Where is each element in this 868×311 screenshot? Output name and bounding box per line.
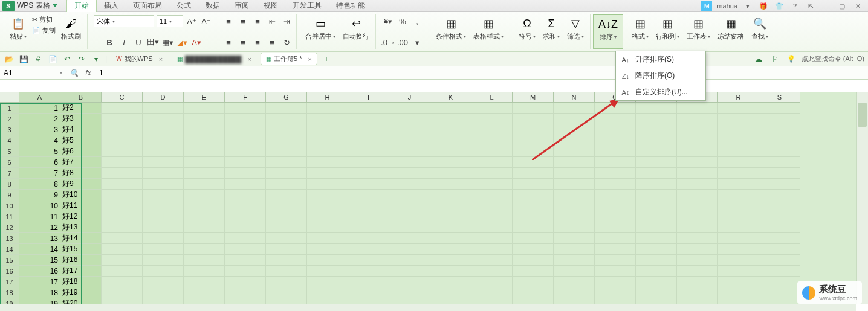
cell[interactable] — [102, 168, 143, 179]
font-color-button[interactable]: A▾ — [190, 36, 202, 48]
cell[interactable] — [184, 124, 225, 135]
cell[interactable] — [471, 287, 513, 298]
align-right-icon[interactable]: ≡ — [251, 36, 264, 48]
cell[interactable] — [759, 200, 800, 211]
table-style-button[interactable]: ▦表格样式▾ — [471, 14, 506, 42]
cells-area[interactable]: 1好22好33好44好55好66好77好88好99好1010好1111好1212… — [19, 103, 856, 304]
cell[interactable] — [225, 211, 266, 222]
cell[interactable] — [225, 233, 266, 244]
cell[interactable]: 11 — [19, 211, 60, 222]
cell[interactable] — [677, 233, 718, 244]
align-top-icon[interactable]: ≡ — [222, 15, 235, 27]
cut-button[interactable]: ✂剪切 — [30, 14, 57, 25]
cell[interactable] — [471, 124, 513, 135]
cell[interactable] — [759, 211, 800, 222]
cell[interactable] — [595, 114, 636, 124]
cell[interactable] — [636, 190, 677, 200]
cell[interactable] — [471, 266, 513, 277]
format-button[interactable]: ▦格式▾ — [629, 14, 651, 42]
cell[interactable] — [759, 168, 800, 179]
cell[interactable] — [677, 244, 718, 255]
cell[interactable] — [348, 200, 389, 211]
cell[interactable] — [143, 124, 184, 135]
cell[interactable] — [677, 266, 718, 277]
cell[interactable] — [636, 146, 677, 157]
cell[interactable] — [554, 211, 595, 222]
cell[interactable] — [184, 190, 225, 200]
cell[interactable] — [184, 103, 225, 114]
maximize-button[interactable]: ▢ — [837, 1, 847, 11]
cell[interactable] — [266, 114, 307, 124]
cell[interactable] — [307, 222, 348, 233]
cell[interactable] — [184, 233, 225, 244]
cell[interactable] — [636, 266, 677, 277]
cell[interactable] — [718, 190, 759, 200]
col-header-N[interactable]: N — [554, 92, 595, 103]
col-header-H[interactable]: H — [307, 92, 348, 103]
cell[interactable] — [184, 200, 225, 211]
tab-special[interactable]: 特色功能 — [329, 0, 372, 12]
share-icon[interactable]: ⇱ — [805, 1, 816, 11]
cell[interactable] — [225, 190, 266, 200]
cell[interactable] — [430, 255, 471, 266]
cell[interactable] — [595, 124, 636, 135]
bold-button[interactable]: B — [103, 36, 115, 48]
cell[interactable] — [471, 277, 513, 287]
cell[interactable] — [636, 179, 677, 190]
cell[interactable] — [471, 222, 513, 233]
cell[interactable] — [554, 190, 595, 200]
cell[interactable]: 1 — [19, 103, 60, 114]
cell[interactable] — [225, 114, 266, 124]
cell[interactable] — [307, 157, 348, 168]
row-header-8[interactable]: 8 — [0, 179, 19, 190]
freeze-button[interactable]: ▦冻结窗格 — [715, 14, 747, 42]
cell[interactable] — [266, 190, 307, 200]
cell[interactable] — [677, 124, 718, 135]
cell[interactable] — [266, 222, 307, 233]
cell[interactable] — [266, 200, 307, 211]
cell[interactable] — [759, 222, 800, 233]
cell[interactable] — [636, 135, 677, 146]
cell[interactable]: 好19 — [60, 287, 102, 298]
sort-custom-item[interactable]: A↕自定义排序(U)... — [616, 84, 705, 100]
worksheet-button[interactable]: ▦工作表▾ — [684, 14, 713, 42]
cell[interactable] — [266, 179, 307, 190]
cell[interactable] — [184, 211, 225, 222]
cell[interactable]: 8 — [19, 179, 60, 190]
sort-button[interactable]: A↓Z排序▾ — [593, 14, 623, 49]
row-header-1[interactable]: 1 — [0, 103, 19, 114]
cell[interactable] — [595, 244, 636, 255]
cell[interactable] — [307, 266, 348, 277]
undo-icon[interactable]: ↶ — [62, 54, 73, 65]
cell[interactable] — [307, 146, 348, 157]
cell[interactable] — [184, 287, 225, 298]
cell[interactable] — [143, 255, 184, 266]
cell[interactable] — [759, 266, 800, 277]
number-format-icon[interactable]: ▾ — [411, 36, 423, 48]
cell[interactable] — [143, 146, 184, 157]
cell[interactable] — [348, 233, 389, 244]
row-header-12[interactable]: 12 — [0, 222, 19, 233]
cell[interactable] — [471, 146, 513, 157]
cloud-icon[interactable]: ☁ — [753, 54, 764, 65]
col-header-C[interactable]: C — [102, 92, 143, 103]
col-header-L[interactable]: L — [471, 92, 513, 103]
col-header-J[interactable]: J — [389, 92, 430, 103]
cell[interactable] — [102, 146, 143, 157]
cell[interactable] — [389, 287, 430, 298]
tab-data[interactable]: 数据 — [198, 0, 227, 12]
cell[interactable]: 2 — [19, 114, 60, 124]
user-avatar[interactable]: M — [701, 1, 712, 11]
cell[interactable]: 好13 — [60, 222, 102, 233]
cell[interactable]: 好7 — [60, 157, 102, 168]
cell[interactable] — [389, 244, 430, 255]
cell[interactable] — [677, 277, 718, 287]
cell[interactable] — [513, 114, 554, 124]
cell[interactable] — [595, 233, 636, 244]
cell[interactable] — [430, 179, 471, 190]
tab-view[interactable]: 视图 — [256, 0, 285, 12]
find-button[interactable]: 🔍查找▾ — [749, 14, 771, 42]
cell[interactable] — [225, 103, 266, 114]
cell[interactable] — [759, 233, 800, 244]
cell[interactable] — [759, 124, 800, 135]
